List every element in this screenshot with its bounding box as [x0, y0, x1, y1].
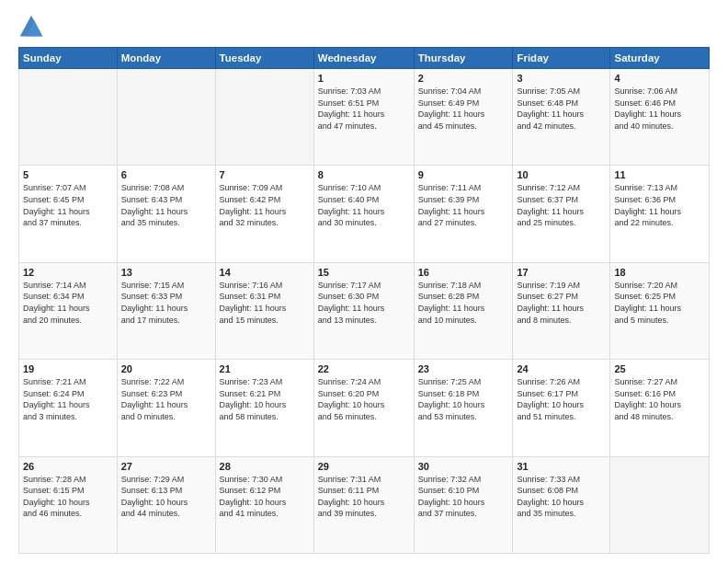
day-number: 17: [517, 267, 606, 278]
calendar-header: SundayMondayTuesdayWednesdayThursdayFrid…: [19, 48, 710, 69]
day-cell: 23Sunrise: 7:25 AM Sunset: 6:18 PM Dayli…: [414, 360, 513, 456]
day-cell: 12Sunrise: 7:14 AM Sunset: 6:34 PM Dayli…: [19, 262, 118, 359]
week-row-3: 19Sunrise: 7:21 AM Sunset: 6:24 PM Dayli…: [19, 360, 710, 456]
header-row: SundayMondayTuesdayWednesdayThursdayFrid…: [19, 48, 710, 69]
week-row-2: 12Sunrise: 7:14 AM Sunset: 6:34 PM Dayli…: [19, 262, 710, 359]
day-cell: 22Sunrise: 7:24 AM Sunset: 6:20 PM Dayli…: [313, 360, 414, 456]
day-number: 11: [614, 169, 705, 180]
day-cell: 31Sunrise: 7:33 AM Sunset: 6:08 PM Dayli…: [513, 456, 610, 553]
header-day-saturday: Saturday: [610, 48, 710, 69]
day-cell: [19, 69, 118, 166]
day-number: 30: [418, 461, 509, 472]
day-cell: [610, 456, 710, 553]
day-info: Sunrise: 7:27 AM Sunset: 6:16 PM Dayligh…: [614, 376, 705, 422]
day-cell: 29Sunrise: 7:31 AM Sunset: 6:11 PM Dayli…: [313, 456, 414, 553]
day-cell: 5Sunrise: 7:07 AM Sunset: 6:45 PM Daylig…: [19, 166, 118, 262]
day-cell: 25Sunrise: 7:27 AM Sunset: 6:16 PM Dayli…: [610, 360, 710, 456]
day-cell: 1Sunrise: 7:03 AM Sunset: 6:51 PM Daylig…: [313, 69, 414, 166]
day-number: 12: [23, 267, 113, 278]
day-number: 28: [220, 461, 310, 472]
calendar-body: 1Sunrise: 7:03 AM Sunset: 6:51 PM Daylig…: [19, 69, 710, 554]
day-number: 14: [220, 267, 310, 278]
day-info: Sunrise: 7:33 AM Sunset: 6:08 PM Dayligh…: [517, 474, 606, 520]
day-cell: 2Sunrise: 7:04 AM Sunset: 6:49 PM Daylig…: [414, 69, 513, 166]
day-info: Sunrise: 7:30 AM Sunset: 6:12 PM Dayligh…: [220, 474, 310, 520]
page: SundayMondayTuesdayWednesdayThursdayFrid…: [0, 0, 728, 563]
day-info: Sunrise: 7:17 AM Sunset: 6:30 PM Dayligh…: [318, 280, 410, 326]
day-cell: 15Sunrise: 7:17 AM Sunset: 6:30 PM Dayli…: [313, 262, 414, 359]
day-info: Sunrise: 7:16 AM Sunset: 6:31 PM Dayligh…: [220, 280, 310, 326]
logo: [18, 14, 48, 40]
day-cell: [117, 69, 215, 166]
day-cell: 20Sunrise: 7:22 AM Sunset: 6:23 PM Dayli…: [117, 360, 215, 456]
header-day-sunday: Sunday: [19, 48, 118, 69]
day-number: 8: [318, 169, 410, 180]
logo-icon: [18, 14, 44, 40]
day-info: Sunrise: 7:14 AM Sunset: 6:34 PM Dayligh…: [23, 280, 113, 326]
day-cell: 26Sunrise: 7:28 AM Sunset: 6:15 PM Dayli…: [19, 456, 118, 553]
day-info: Sunrise: 7:18 AM Sunset: 6:28 PM Dayligh…: [418, 280, 509, 326]
day-info: Sunrise: 7:09 AM Sunset: 6:42 PM Dayligh…: [220, 182, 310, 228]
header-day-friday: Friday: [513, 48, 610, 69]
day-cell: 3Sunrise: 7:05 AM Sunset: 6:48 PM Daylig…: [513, 69, 610, 166]
header-day-thursday: Thursday: [414, 48, 513, 69]
calendar: SundayMondayTuesdayWednesdayThursdayFrid…: [18, 47, 710, 554]
day-info: Sunrise: 7:10 AM Sunset: 6:40 PM Dayligh…: [318, 182, 410, 228]
day-number: 6: [121, 169, 211, 180]
day-cell: 28Sunrise: 7:30 AM Sunset: 6:12 PM Dayli…: [215, 456, 313, 553]
day-info: Sunrise: 7:28 AM Sunset: 6:15 PM Dayligh…: [23, 474, 113, 520]
day-info: Sunrise: 7:11 AM Sunset: 6:39 PM Dayligh…: [418, 182, 509, 228]
day-number: 10: [517, 169, 606, 180]
header: [18, 14, 710, 40]
day-cell: 7Sunrise: 7:09 AM Sunset: 6:42 PM Daylig…: [215, 166, 313, 262]
day-number: 3: [517, 73, 606, 84]
day-info: Sunrise: 7:31 AM Sunset: 6:11 PM Dayligh…: [318, 474, 410, 520]
day-info: Sunrise: 7:08 AM Sunset: 6:43 PM Dayligh…: [121, 182, 211, 228]
day-info: Sunrise: 7:25 AM Sunset: 6:18 PM Dayligh…: [418, 376, 509, 422]
day-number: 22: [318, 363, 410, 374]
day-cell: 13Sunrise: 7:15 AM Sunset: 6:33 PM Dayli…: [117, 262, 215, 359]
day-number: 31: [517, 461, 606, 472]
week-row-1: 5Sunrise: 7:07 AM Sunset: 6:45 PM Daylig…: [19, 166, 710, 262]
day-number: 4: [614, 73, 705, 84]
day-cell: 17Sunrise: 7:19 AM Sunset: 6:27 PM Dayli…: [513, 262, 610, 359]
day-cell: 8Sunrise: 7:10 AM Sunset: 6:40 PM Daylig…: [313, 166, 414, 262]
day-cell: 11Sunrise: 7:13 AM Sunset: 6:36 PM Dayli…: [610, 166, 710, 262]
day-info: Sunrise: 7:21 AM Sunset: 6:24 PM Dayligh…: [23, 376, 113, 422]
day-cell: 16Sunrise: 7:18 AM Sunset: 6:28 PM Dayli…: [414, 262, 513, 359]
day-info: Sunrise: 7:13 AM Sunset: 6:36 PM Dayligh…: [614, 182, 705, 228]
day-number: 23: [418, 363, 509, 374]
day-cell: [215, 69, 313, 166]
day-number: 29: [318, 461, 410, 472]
day-cell: 4Sunrise: 7:06 AM Sunset: 6:46 PM Daylig…: [610, 69, 710, 166]
header-day-tuesday: Tuesday: [215, 48, 313, 69]
week-row-0: 1Sunrise: 7:03 AM Sunset: 6:51 PM Daylig…: [19, 69, 710, 166]
day-info: Sunrise: 7:26 AM Sunset: 6:17 PM Dayligh…: [517, 376, 606, 422]
day-info: Sunrise: 7:06 AM Sunset: 6:46 PM Dayligh…: [614, 86, 705, 132]
day-cell: 10Sunrise: 7:12 AM Sunset: 6:37 PM Dayli…: [513, 166, 610, 262]
day-number: 15: [318, 267, 410, 278]
day-number: 25: [614, 363, 705, 374]
day-number: 7: [220, 169, 310, 180]
header-day-wednesday: Wednesday: [313, 48, 414, 69]
day-info: Sunrise: 7:15 AM Sunset: 6:33 PM Dayligh…: [121, 280, 211, 326]
day-info: Sunrise: 7:07 AM Sunset: 6:45 PM Dayligh…: [23, 182, 113, 228]
day-info: Sunrise: 7:24 AM Sunset: 6:20 PM Dayligh…: [318, 376, 410, 422]
day-cell: 19Sunrise: 7:21 AM Sunset: 6:24 PM Dayli…: [19, 360, 118, 456]
day-number: 2: [418, 73, 509, 84]
day-cell: 18Sunrise: 7:20 AM Sunset: 6:25 PM Dayli…: [610, 262, 710, 359]
day-info: Sunrise: 7:22 AM Sunset: 6:23 PM Dayligh…: [121, 376, 211, 422]
day-cell: 24Sunrise: 7:26 AM Sunset: 6:17 PM Dayli…: [513, 360, 610, 456]
day-info: Sunrise: 7:20 AM Sunset: 6:25 PM Dayligh…: [614, 280, 705, 326]
day-cell: 21Sunrise: 7:23 AM Sunset: 6:21 PM Dayli…: [215, 360, 313, 456]
day-number: 16: [418, 267, 509, 278]
day-number: 20: [121, 363, 211, 374]
week-row-4: 26Sunrise: 7:28 AM Sunset: 6:15 PM Dayli…: [19, 456, 710, 553]
day-number: 27: [121, 461, 211, 472]
day-number: 18: [614, 267, 705, 278]
day-info: Sunrise: 7:05 AM Sunset: 6:48 PM Dayligh…: [517, 86, 606, 132]
day-number: 9: [418, 169, 509, 180]
day-number: 24: [517, 363, 606, 374]
day-number: 13: [121, 267, 211, 278]
day-info: Sunrise: 7:04 AM Sunset: 6:49 PM Dayligh…: [418, 86, 509, 132]
